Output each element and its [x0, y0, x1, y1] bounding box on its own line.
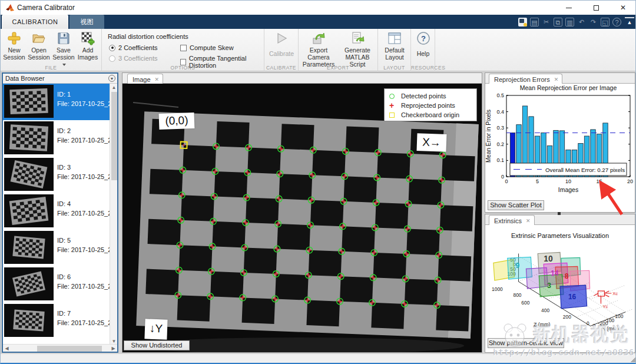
- data-browser-item[interactable]: ID: 7 File: 2017-10-25_20_5: [3, 303, 110, 339]
- radio-2-coefficients[interactable]: 2 Coefficients: [109, 44, 157, 51]
- redo-icon[interactable]: ↷: [589, 18, 598, 27]
- cut-icon[interactable]: ✂: [542, 18, 551, 27]
- tab-image[interactable]: Image✕: [127, 74, 163, 84]
- ribbon-tabstrip: CALIBRATION 视图 ▤ ✂ ⧉ ▥ ↶ ↷ ◱ ? ▲: [1, 15, 636, 29]
- window-icon[interactable]: ◱: [601, 18, 610, 27]
- resize-grip[interactable]: [631, 358, 635, 362]
- legend-label: Reprojected points: [401, 102, 455, 109]
- checkbox-icon: [180, 59, 186, 65]
- titlebar: Camera Calibrator ✕: [1, 1, 636, 15]
- svg-text:0.1: 0.1: [496, 157, 504, 163]
- reprojection-chart-area: 00.10.20.30.40.505101520Mean Reprojectio…: [485, 84, 635, 212]
- collapse-ribbon-icon[interactable]: ▲: [625, 17, 634, 27]
- svg-text:100: 100: [615, 313, 623, 319]
- show-undistorted-button[interactable]: Show Undistorted: [124, 340, 190, 350]
- svg-text:Images: Images: [558, 186, 578, 193]
- image-id: ID: 3: [57, 164, 110, 171]
- minimize-button[interactable]: [555, 1, 582, 15]
- radio-3-coefficients[interactable]: 3 Coefficients: [109, 55, 157, 62]
- data-browser-item[interactable]: ID: 3 File: 2017-10-25_20_4: [3, 157, 110, 193]
- data-browser-item[interactable]: ID: 6 File: 2017-10-25_20_4: [3, 266, 110, 303]
- image-id: ID: 7: [57, 310, 110, 317]
- scroll-up-icon[interactable]: ▲: [110, 84, 118, 91]
- image-thumbnail: [4, 194, 54, 227]
- svg-text:9: 9: [516, 262, 520, 270]
- help-icon[interactable]: ?: [612, 18, 621, 27]
- horizontal-scrollbar[interactable]: ◀ ▶: [3, 344, 117, 352]
- undo-icon[interactable]: ↶: [577, 18, 586, 27]
- save-session-button[interactable]: SaveSession: [51, 31, 76, 68]
- data-browser-item[interactable]: ID: 2 File: 2017-10-25_20_4: [3, 120, 110, 157]
- close-tab-icon[interactable]: ✕: [526, 218, 531, 224]
- data-browser-header: Data Browser ▼: [3, 74, 117, 84]
- svg-text:400: 400: [541, 307, 549, 313]
- extrinsics-title: Extrinsic Parameters Visualization: [485, 232, 635, 239]
- data-browser-list: ID: 1 File: 2017-10-25_20_4 ID: 2 File: …: [3, 84, 110, 345]
- show-scatter-plot-button[interactable]: Show Scatter Plot: [488, 200, 544, 210]
- svg-text:0: 0: [505, 178, 508, 184]
- screenshot-icon[interactable]: [518, 18, 527, 27]
- open-folder-icon: [32, 31, 46, 45]
- export-camera-parameters-button[interactable]: Export CameraParameters: [300, 31, 337, 68]
- image-thumbnail: [4, 85, 54, 118]
- tab-view[interactable]: 视图: [69, 15, 104, 29]
- new-session-button[interactable]: NewSession: [2, 31, 26, 61]
- image-filename: File: 2017-10-25_20_4: [57, 137, 110, 144]
- image-id: ID: 1: [57, 91, 110, 98]
- svg-text:Mean Error in Pixels: Mean Error in Pixels: [485, 110, 492, 163]
- calibrate-button[interactable]: Calibrate: [269, 31, 294, 57]
- toolbar-group-resources: ? Help RESOURCES: [411, 29, 435, 71]
- extrinsics-plot-area: Extrinsic Parameters Visualization -50 0…: [485, 225, 635, 352]
- data-browser-item[interactable]: ID: 4 File: 2017-10-25_20_4: [3, 193, 110, 230]
- help-button[interactable]: ? Help: [411, 31, 435, 57]
- copy-icon[interactable]: ⧉: [554, 18, 562, 27]
- tab-calibration[interactable]: CALIBRATION: [2, 15, 68, 29]
- radio-icon: [109, 45, 115, 51]
- legend-label: Checkerboard origin: [401, 111, 459, 118]
- checkbox-compute-skew[interactable]: Compute Skew: [180, 44, 234, 51]
- add-images-icon: [81, 31, 95, 45]
- close-tab-icon[interactable]: ✕: [554, 77, 559, 82]
- vertical-scrollbar[interactable]: ▲ ▼: [110, 84, 117, 345]
- toolbar-group-export: Export CameraParameters GenerateMATLAB S…: [299, 29, 378, 71]
- add-images-button[interactable]: AddImages: [75, 31, 100, 61]
- close-tab-icon[interactable]: ✕: [155, 77, 160, 82]
- svg-text:8: 8: [565, 272, 569, 280]
- data-browser-item[interactable]: ID: 1 File: 2017-10-25_20_4: [3, 84, 110, 120]
- save-icon: [57, 31, 71, 45]
- data-browser-item[interactable]: ID: 5 File: 2017-10-25_20_4: [3, 230, 110, 266]
- image-id: ID: 6: [57, 273, 110, 280]
- toolbar-group-options: Radial distortion coefficients 2 Coeffic…: [102, 29, 264, 71]
- radial-distortion-label: Radial distortion coefficients: [108, 33, 188, 40]
- generate-matlab-script-button[interactable]: GenerateMATLAB Script: [339, 31, 376, 68]
- image-panel: Image✕ Detected points+ Reprojected poin…: [122, 72, 482, 353]
- paste-icon[interactable]: ▥: [565, 18, 574, 27]
- image-filename: File: 2017-10-25_20_4: [57, 210, 110, 217]
- calibration-image[interactable]: Detected points+ Reprojected points Chec…: [122, 84, 482, 352]
- svg-text:0.5: 0.5: [496, 92, 504, 98]
- default-layout-button[interactable]: DefaultLayout: [382, 31, 407, 61]
- panel-menu-icon[interactable]: ▼: [108, 75, 115, 82]
- show-pattern-centric-button[interactable]: Show pattern-centric view: [488, 338, 564, 348]
- reprojection-bar-chart[interactable]: 00.10.20.30.40.505101520Mean Reprojectio…: [485, 84, 635, 200]
- help-icon: ?: [416, 31, 430, 45]
- image-id: ID: 5: [57, 237, 110, 244]
- open-session-button[interactable]: OpenSession: [26, 31, 51, 61]
- scroll-right-icon[interactable]: ▶: [110, 345, 117, 352]
- tab-reprojection-errors[interactable]: Reprojection Errors✕: [489, 74, 562, 84]
- save-icon[interactable]: ▤: [530, 18, 539, 27]
- scrollbar-thumb[interactable]: [111, 92, 117, 180]
- legend-row: Detected points: [388, 91, 473, 101]
- svg-text:0: 0: [501, 174, 504, 180]
- extrinsics-3d-plot[interactable]: -50 0 50 100 1000 800 600 400 200 0 Z (m…: [485, 240, 635, 339]
- y-axis-label: ↓Y: [144, 319, 167, 339]
- svg-text:?: ?: [421, 34, 426, 43]
- svg-text:0.2: 0.2: [496, 141, 504, 147]
- scrollbar-thumb[interactable]: [37, 346, 102, 352]
- svg-text:0: 0: [587, 320, 589, 326]
- close-button[interactable]: ✕: [610, 1, 636, 15]
- new-session-icon: [7, 31, 21, 45]
- scroll-left-icon[interactable]: ◀: [3, 345, 11, 352]
- maximize-button[interactable]: [582, 1, 610, 15]
- tab-extrinsics[interactable]: Extrinsics✕: [489, 215, 535, 225]
